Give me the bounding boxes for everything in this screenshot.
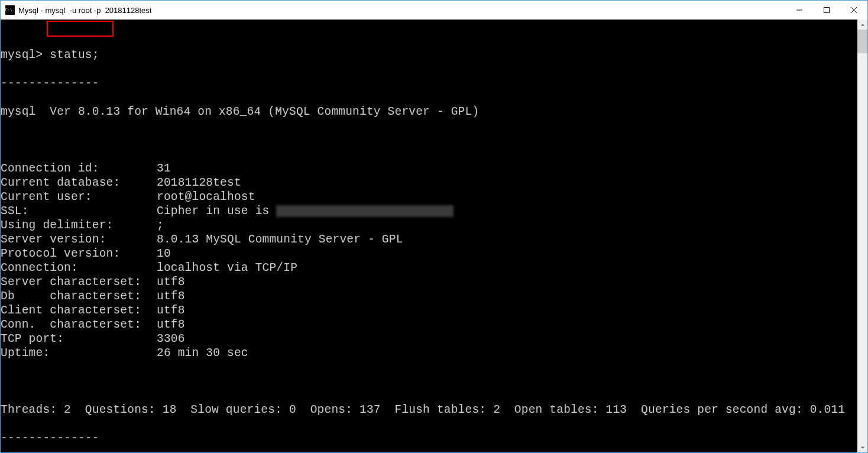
censored-block <box>276 205 454 217</box>
status-label: Current database: <box>1 176 157 190</box>
status-row: Protocol version:10 <box>1 247 857 261</box>
status-row: Client characterset:utf8 <box>1 303 857 318</box>
status-row: Current user:root@localhost <box>1 190 857 204</box>
status-value: localhost via TCP/IP <box>157 261 297 274</box>
app-icon: C:\. <box>5 5 15 15</box>
status-label: Connection: <box>1 261 157 275</box>
status-value: utf8 <box>157 290 185 303</box>
mysql-prompt: mysql> <box>1 48 43 62</box>
status-row: Db characterset:utf8 <box>1 289 857 303</box>
status-label: Protocol version: <box>1 247 157 261</box>
status-label: TCP port: <box>1 332 157 346</box>
status-value: utf8 <box>157 276 185 289</box>
status-label: Uptime: <box>1 346 157 360</box>
scrollbar-thumb[interactable] <box>857 30 867 53</box>
terminal-line: -------------- <box>1 431 857 445</box>
status-value: root@localhost <box>157 190 255 203</box>
status-value: Cipher in use is <box>157 205 276 218</box>
terminal-area: mysql> status; -------------- mysql Ver … <box>1 20 867 452</box>
chevron-up-icon <box>860 22 865 27</box>
terminal-line <box>1 374 857 389</box>
status-row: Using delimiter:; <box>1 218 857 232</box>
window-frame: C:\. Mysql - mysql -u root -p 20181128te… <box>0 0 868 453</box>
status-value: 10 <box>157 247 171 260</box>
close-icon <box>851 7 857 13</box>
chevron-down-icon <box>860 445 865 450</box>
svg-rect-1 <box>824 8 830 13</box>
minimize-button[interactable] <box>786 1 813 20</box>
status-label: Server version: <box>1 232 157 247</box>
status-value: 26 min 30 sec <box>157 347 248 360</box>
status-row: Conn. characterset:utf8 <box>1 318 857 332</box>
terminal[interactable]: mysql> status; -------------- mysql Ver … <box>1 20 857 452</box>
terminal-line: mysql Ver 8.0.13 for Win64 on x86_64 (My… <box>1 105 857 119</box>
status-value: utf8 <box>157 318 185 331</box>
window-title: Mysql - mysql -u root -p 20181128test <box>18 6 786 15</box>
status-label: Db characterset: <box>1 289 157 303</box>
status-value: ; <box>157 219 164 232</box>
status-fields: Connection id:31Current database:2018112… <box>1 161 857 360</box>
app-icon-text: C:\. <box>5 8 15 12</box>
status-row: Connection:localhost via TCP/IP <box>1 261 857 275</box>
status-value: 31 <box>157 162 171 175</box>
status-value: 8.0.13 MySQL Community Server - GPL <box>157 233 403 246</box>
status-row: Server version:8.0.13 MySQL Community Se… <box>1 232 857 247</box>
scrollbar[interactable] <box>857 20 867 452</box>
terminal-line: Threads: 2 Questions: 18 Slow queries: 0… <box>1 403 857 417</box>
command-text: status; <box>50 48 99 62</box>
status-value: utf8 <box>157 304 185 317</box>
terminal-line <box>1 133 857 147</box>
status-value: 3306 <box>157 332 185 345</box>
status-row: TCP port:3306 <box>1 332 857 346</box>
terminal-line: mysql> status; <box>1 48 857 62</box>
command-highlight <box>47 21 114 37</box>
close-button[interactable] <box>840 1 867 20</box>
status-label: SSL: <box>1 204 157 218</box>
scrollbar-up[interactable] <box>857 20 867 30</box>
status-label: Using delimiter: <box>1 218 157 232</box>
status-row: Server characterset:utf8 <box>1 275 857 289</box>
status-row: SSL:Cipher in use is <box>1 204 857 218</box>
status-value: 20181128test <box>157 176 241 189</box>
scrollbar-down[interactable] <box>857 442 867 452</box>
titlebar[interactable]: C:\. Mysql - mysql -u root -p 20181128te… <box>1 1 867 20</box>
status-label: Connection id: <box>1 161 157 176</box>
status-label: Server characterset: <box>1 275 157 289</box>
status-row: Uptime:26 min 30 sec <box>1 346 857 360</box>
status-row: Current database:20181128test <box>1 176 857 190</box>
maximize-button[interactable] <box>813 1 840 20</box>
status-label: Conn. characterset: <box>1 318 157 332</box>
status-label: Client characterset: <box>1 303 157 318</box>
minimize-icon <box>796 7 802 13</box>
status-label: Current user: <box>1 190 157 204</box>
window-controls <box>786 1 867 20</box>
status-row: Connection id:31 <box>1 161 857 176</box>
terminal-line: -------------- <box>1 76 857 90</box>
scrollbar-track[interactable] <box>857 30 867 442</box>
maximize-icon <box>824 7 830 13</box>
